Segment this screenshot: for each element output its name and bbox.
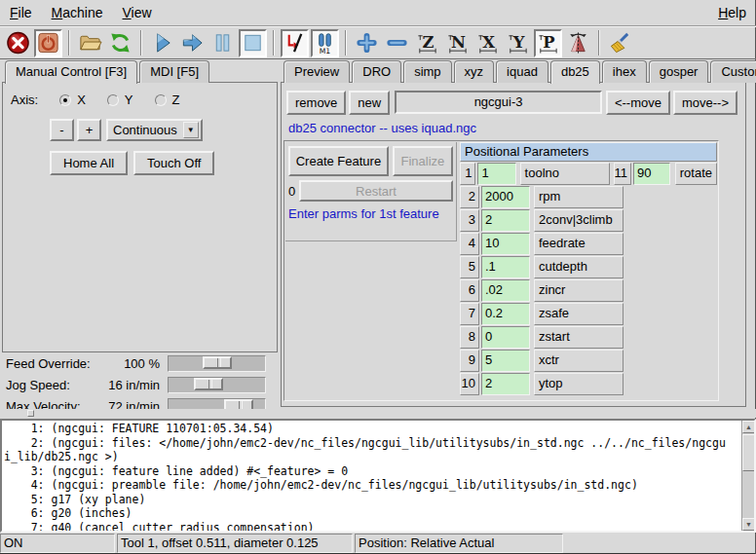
- reload-button[interactable]: [106, 29, 134, 57]
- log-scrollbar[interactable]: ▲ ▼: [741, 421, 754, 531]
- tab-custom[interactable]: Custom: [710, 60, 756, 83]
- param-number-label: 9: [460, 350, 479, 372]
- run-button[interactable]: [148, 29, 176, 57]
- tab-db25[interactable]: db25: [550, 60, 600, 84]
- move-left-button[interactable]: <--move: [606, 91, 670, 115]
- param-value-entry[interactable]: .02: [481, 279, 530, 302]
- jog-plus-button[interactable]: +: [77, 119, 101, 141]
- menu-machine[interactable]: Machine: [42, 1, 113, 24]
- param-value-entry[interactable]: 0: [481, 326, 530, 349]
- param-value-entry[interactable]: 0.2: [481, 303, 530, 325]
- param-value-entry[interactable]: 2000: [481, 186, 530, 208]
- jog-increment-value: Continuous: [113, 123, 177, 137]
- optional-pause-button[interactable]: M1: [311, 29, 339, 57]
- param-number-label: 7: [460, 303, 479, 325]
- touch-off-button[interactable]: Touch Off: [133, 151, 214, 175]
- param-value-entry[interactable]: .1: [481, 256, 530, 278]
- tab-preview[interactable]: Preview: [284, 60, 350, 83]
- block-delete-icon: [283, 30, 307, 55]
- open-file-button[interactable]: [76, 29, 104, 57]
- axis-radio-x[interactable]: X: [59, 92, 86, 107]
- slider-thumb[interactable]: [203, 356, 232, 369]
- log-line: 7: g40 (cancel cutter radius compensatio…: [4, 521, 740, 534]
- estop-button[interactable]: [4, 29, 32, 57]
- axis-radios: XYZ: [38, 92, 179, 107]
- block-delete-button[interactable]: [281, 29, 309, 57]
- param-name-label: ytop: [534, 373, 624, 395]
- remove-tab-button[interactable]: remove: [286, 91, 346, 115]
- stop-button[interactable]: [239, 29, 267, 57]
- param-number-label: 5: [460, 256, 479, 278]
- svg-text:N: N: [451, 33, 466, 52]
- feature-box: Create Feature Finalize 0 Restart Enter …: [285, 142, 457, 241]
- toolbar-separator: [68, 30, 70, 55]
- tab-mdi-f5[interactable]: MDI [F5]: [139, 60, 209, 83]
- svg-text:X: X: [482, 33, 495, 52]
- machine-power-icon: [36, 30, 60, 55]
- tab-dro[interactable]: DRO: [352, 60, 401, 83]
- zoom-in-button[interactable]: [353, 29, 381, 57]
- tab-iquad[interactable]: iquad: [496, 60, 548, 83]
- param-value-entry[interactable]: 5: [481, 350, 530, 372]
- gcode-log-lines: 1: (ngcgui: FEATURE 110701:05.34.54) 2: …: [4, 422, 740, 533]
- tab-manual-control-f3[interactable]: Manual Control [F3]: [5, 60, 137, 84]
- param-number-label: 8: [460, 326, 479, 349]
- param-value-entry[interactable]: 10: [481, 233, 530, 255]
- tab-simp[interactable]: simp: [403, 60, 451, 83]
- param-value-entry[interactable]: 1: [477, 163, 515, 185]
- param-value-entry[interactable]: 90: [633, 163, 670, 185]
- parameter-row: 5.1cutdepth: [460, 256, 717, 278]
- move-right-button[interactable]: move-->: [673, 91, 737, 115]
- finalize-button[interactable]: Finalize: [393, 146, 453, 176]
- create-feature-button[interactable]: Create Feature: [288, 146, 389, 176]
- radio-icon: [59, 94, 71, 106]
- tab-xyz[interactable]: xyz: [454, 60, 495, 83]
- machine-power-button[interactable]: [34, 29, 62, 57]
- param-number-label: 11: [614, 163, 632, 185]
- tab-name-entry[interactable]: ngcgui-3: [395, 91, 602, 114]
- log-line: 2: (ngcgui: files: </home/john/emc2-dev/…: [4, 436, 740, 451]
- axis-radio-y[interactable]: Y: [107, 92, 133, 107]
- view-z-rotated-button[interactable]: N: [443, 29, 472, 57]
- clear-plot-button[interactable]: [606, 29, 634, 57]
- positional-parameters-header: Positional Parameters: [460, 142, 717, 162]
- axis-radio-label: X: [77, 92, 86, 107]
- restart-button[interactable]: Restart: [299, 180, 453, 202]
- scrollbar-thumb[interactable]: [742, 434, 755, 471]
- tab-gosper[interactable]: gosper: [649, 60, 709, 83]
- zoom-out-button[interactable]: [383, 29, 411, 57]
- scroll-down-icon[interactable]: ▼: [742, 518, 755, 531]
- param-value-entry[interactable]: 2: [481, 209, 530, 232]
- jog-increment-combobox[interactable]: Continuous ▼: [106, 119, 203, 141]
- axis-radio-z[interactable]: Z: [155, 92, 180, 107]
- sash-grip[interactable]: [27, 410, 34, 417]
- log-line: 1: (ngcgui: FEATURE 110701:05.34.54): [4, 422, 740, 436]
- rotate-button[interactable]: [564, 29, 592, 57]
- slider-group: Feed Override:100 %Jog Speed:16 in/minMa…: [2, 352, 278, 417]
- parameter-row: 80zstart: [460, 326, 717, 349]
- scroll-up-icon[interactable]: ▲: [742, 421, 755, 433]
- slider-trough[interactable]: [168, 355, 266, 372]
- parameter-rows: 11toolno1190rotate22000rpm322conv|3climb…: [460, 163, 717, 395]
- pause-button[interactable]: [208, 29, 237, 57]
- svg-text:Y: Y: [512, 33, 525, 52]
- param-value-entry[interactable]: 2: [481, 373, 530, 395]
- new-tab-button[interactable]: new: [349, 91, 390, 115]
- menu-view[interactable]: View: [113, 1, 162, 24]
- view-p-button[interactable]: P: [534, 29, 562, 57]
- menu-file[interactable]: File: [0, 1, 42, 24]
- statusbar: ON Tool 1, offset 0.511, diameter 0.125 …: [0, 534, 756, 554]
- slider-thumb[interactable]: [194, 378, 223, 390]
- home-all-button[interactable]: Home All: [50, 151, 128, 175]
- view-y-icon: Y: [506, 30, 530, 55]
- view-y-button[interactable]: Y: [504, 29, 532, 57]
- slider-trough[interactable]: [168, 377, 266, 393]
- view-z-button[interactable]: Z: [413, 29, 441, 57]
- tab-ihex[interactable]: ihex: [602, 60, 647, 83]
- paned-window-sash[interactable]: [0, 409, 756, 418]
- gcode-log-textarea[interactable]: 1: (ngcgui: FEATURE 110701:05.34.54) 2: …: [0, 419, 756, 533]
- menu-help[interactable]: Help: [708, 1, 756, 24]
- jog-minus-button[interactable]: -: [50, 119, 74, 141]
- view-x-button[interactable]: X: [473, 29, 502, 57]
- step-button[interactable]: [178, 29, 207, 57]
